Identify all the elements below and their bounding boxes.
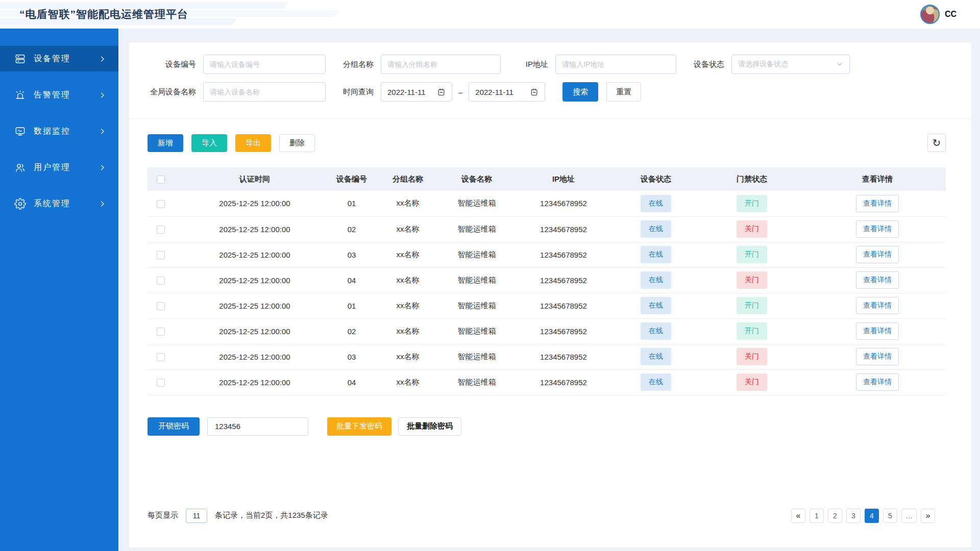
page-button[interactable]: 4 bbox=[865, 509, 879, 523]
cell-auth-time: 2025-12-25 12:00:00 bbox=[178, 369, 331, 395]
view-detail-button[interactable]: 查看详情 bbox=[856, 271, 899, 289]
row-checkbox[interactable] bbox=[157, 226, 165, 234]
ip-input[interactable] bbox=[555, 55, 676, 74]
door-status-badge: 开门 bbox=[737, 297, 767, 314]
next-page-button[interactable]: » bbox=[921, 509, 935, 523]
device-status-label: 设备状态 bbox=[692, 60, 724, 69]
cell-device-no: 04 bbox=[331, 267, 372, 293]
cell-ip: 12345678952 bbox=[510, 267, 617, 293]
table-row: 2025-12-25 12:00:00 01 xx名称 智能运维箱 123456… bbox=[148, 293, 946, 318]
cell-device-no: 03 bbox=[331, 344, 372, 369]
table-row: 2025-12-25 12:00:00 01 xx名称 智能运维箱 123456… bbox=[148, 191, 946, 216]
col-auth-time: 认证时间 bbox=[178, 167, 331, 191]
page-button[interactable]: 3 bbox=[846, 509, 861, 523]
view-detail-button[interactable]: 查看详情 bbox=[856, 246, 899, 263]
unlock-password-button[interactable]: 开锁密码 bbox=[148, 417, 200, 436]
cell-device-no: 02 bbox=[331, 318, 372, 344]
sidebar: 设备管理 告警管理 bbox=[0, 29, 118, 551]
cell-group-name: xx名称 bbox=[372, 242, 444, 267]
chevron-right-icon bbox=[99, 200, 106, 208]
sidebar-item-system-management[interactable]: 系统管理 bbox=[0, 191, 118, 216]
col-device-no: 设备编号 bbox=[331, 167, 372, 191]
group-name-input[interactable] bbox=[381, 55, 501, 74]
row-checkbox[interactable] bbox=[157, 379, 165, 387]
door-status-badge: 关门 bbox=[737, 348, 767, 365]
table-row: 2025-12-25 12:00:00 03 xx名称 智能运维箱 123456… bbox=[148, 344, 946, 369]
page-ellipsis[interactable]: … bbox=[901, 509, 917, 523]
per-page-input[interactable] bbox=[186, 509, 207, 523]
cell-auth-time: 2025-12-25 12:00:00 bbox=[178, 293, 331, 318]
password-input[interactable] bbox=[207, 417, 308, 436]
door-status-badge: 开门 bbox=[737, 246, 767, 263]
batch-delete-password-button[interactable]: 批量删除密码 bbox=[398, 417, 461, 436]
cell-device-name: 智能运维箱 bbox=[444, 242, 510, 267]
reset-button[interactable]: 重置 bbox=[606, 82, 641, 102]
cell-device-no: 03 bbox=[331, 242, 372, 267]
status-badge: 在线 bbox=[641, 373, 671, 391]
view-detail-button[interactable]: 查看详情 bbox=[856, 297, 899, 314]
search-button[interactable]: 搜索 bbox=[562, 82, 598, 102]
sidebar-item-user-management[interactable]: 用户管理 bbox=[0, 155, 118, 180]
row-checkbox[interactable] bbox=[157, 251, 165, 259]
global-name-input[interactable] bbox=[203, 82, 326, 102]
chevron-right-icon bbox=[99, 55, 106, 63]
app-title: “电盾智联”智能配电运维管理平台 bbox=[19, 7, 188, 21]
avatar[interactable] bbox=[920, 5, 940, 24]
cell-device-name: 智能运维箱 bbox=[444, 267, 510, 293]
prev-page-button[interactable]: « bbox=[791, 509, 805, 523]
refresh-button[interactable]: ↻ bbox=[927, 134, 946, 152]
row-checkbox[interactable] bbox=[157, 328, 165, 336]
cell-device-no: 04 bbox=[331, 369, 372, 395]
door-status-badge: 关门 bbox=[737, 373, 767, 391]
view-detail-button[interactable]: 查看详情 bbox=[856, 373, 899, 391]
view-detail-button[interactable]: 查看详情 bbox=[856, 220, 899, 238]
import-button[interactable]: 导入 bbox=[191, 134, 227, 152]
cell-ip: 12345678952 bbox=[510, 369, 617, 395]
status-badge: 在线 bbox=[641, 220, 671, 238]
start-date-picker[interactable]: 2022-11-11 bbox=[381, 82, 452, 102]
export-button[interactable]: 导出 bbox=[235, 134, 271, 152]
pagination-section: 每页显示 条记录，当前2页，共1235条记录 «12345…» bbox=[148, 509, 935, 523]
page-button[interactable]: 5 bbox=[883, 509, 897, 523]
device-status-select[interactable]: 请选择设备状态 bbox=[731, 55, 850, 74]
delete-button[interactable]: 删除 bbox=[279, 134, 315, 152]
cell-group-name: xx名称 bbox=[372, 344, 444, 369]
sidebar-item-device-management[interactable]: 设备管理 bbox=[0, 46, 118, 71]
sidebar-item-alarm-management[interactable]: 告警管理 bbox=[0, 82, 118, 108]
page-button[interactable]: 2 bbox=[828, 509, 842, 523]
col-ip: IP地址 bbox=[510, 167, 617, 191]
cell-group-name: xx名称 bbox=[372, 369, 444, 395]
view-detail-button[interactable]: 查看详情 bbox=[856, 322, 899, 340]
add-button[interactable]: 新增 bbox=[148, 134, 183, 152]
batch-send-password-button[interactable]: 批量下发密码 bbox=[327, 417, 391, 436]
door-status-badge: 开门 bbox=[737, 195, 767, 212]
cell-device-name: 智能运维箱 bbox=[444, 318, 510, 344]
device-no-input[interactable] bbox=[203, 55, 326, 74]
chevron-right-icon bbox=[99, 128, 106, 135]
cell-auth-time: 2025-12-25 12:00:00 bbox=[178, 318, 331, 344]
view-detail-button[interactable]: 查看详情 bbox=[856, 348, 899, 365]
records-summary: 条记录，当前2页，共1235条记录 bbox=[215, 511, 328, 520]
row-checkbox[interactable] bbox=[157, 200, 165, 208]
page-button[interactable]: 1 bbox=[810, 509, 824, 523]
col-device-status: 设备状态 bbox=[617, 167, 695, 191]
table-toolbar: 新增 导入 导出 删除 ↻ bbox=[148, 134, 946, 152]
group-name-label: 分组名称 bbox=[341, 60, 374, 69]
device-status-placeholder: 请选择设备状态 bbox=[738, 60, 788, 69]
cell-ip: 12345678952 bbox=[510, 216, 617, 242]
row-checkbox[interactable] bbox=[157, 353, 165, 361]
chevron-right-icon bbox=[99, 164, 106, 171]
cell-group-name: xx名称 bbox=[372, 267, 444, 293]
select-all-checkbox[interactable] bbox=[157, 176, 165, 184]
sidebar-item-label: 系统管理 bbox=[34, 198, 99, 209]
view-detail-button[interactable]: 查看详情 bbox=[856, 195, 899, 212]
cell-group-name: xx名称 bbox=[372, 293, 444, 318]
sidebar-item-label: 用户管理 bbox=[34, 162, 99, 173]
row-checkbox[interactable] bbox=[157, 302, 165, 310]
table-header-row: 认证时间 设备编号 分组名称 设备名称 IP地址 设备状态 门禁状态 查看详情 bbox=[148, 167, 946, 191]
table-row: 2025-12-25 12:00:00 02 xx名称 智能运维箱 123456… bbox=[148, 318, 946, 344]
row-checkbox[interactable] bbox=[157, 277, 165, 285]
sidebar-item-data-monitoring[interactable]: 数据监控 bbox=[0, 118, 118, 144]
end-date-picker[interactable]: 2022-11-11 bbox=[469, 82, 545, 102]
cell-device-name: 智能运维箱 bbox=[444, 191, 510, 216]
